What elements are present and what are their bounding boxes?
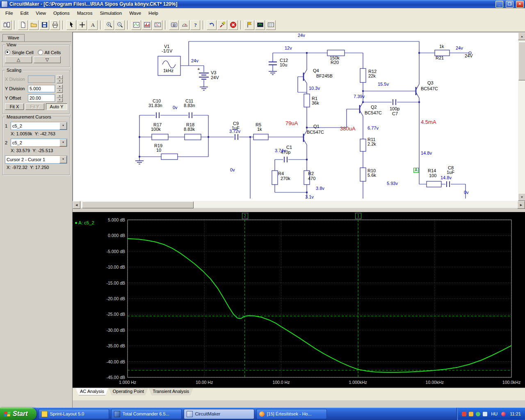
move-down-button[interactable]: ▽ bbox=[34, 56, 61, 63]
minimize-button[interactable]: _ bbox=[495, 1, 503, 8]
waveform-plot[interactable]: A: c5_2 5.000 dB0.000 dB-5.000 dB-10.00 … bbox=[73, 212, 525, 388]
y-division-input[interactable] bbox=[28, 85, 55, 92]
scaling-group: Scaling X Division ▲▼ Y Division ▲▼ Y Of… bbox=[2, 70, 70, 114]
scroll-down-icon[interactable]: ▼ bbox=[518, 193, 525, 201]
waveform-icon[interactable] bbox=[131, 20, 141, 30]
task-circuitmaker[interactable]: CircuitMaker bbox=[184, 409, 254, 419]
sprint-layout-icon bbox=[41, 411, 48, 417]
logic-grid-icon[interactable] bbox=[266, 20, 276, 30]
voltage-annotation: 14.8v bbox=[441, 176, 452, 180]
menu-file[interactable]: File bbox=[2, 9, 17, 17]
display-tray-icon[interactable] bbox=[469, 412, 473, 416]
y-axis-tick: -45.00 dB bbox=[99, 375, 125, 380]
component-label: 36k bbox=[312, 101, 319, 105]
window-title: CircuitMaker - [C:\Program Files\...\RIA… bbox=[9, 1, 493, 7]
chevron-down-icon[interactable]: ▼ bbox=[59, 122, 67, 130]
text-tool-icon[interactable]: A bbox=[88, 20, 98, 30]
antivirus-tray-icon[interactable] bbox=[462, 412, 466, 416]
menu-view[interactable]: View bbox=[32, 9, 50, 17]
voltage-annotation: 0v bbox=[173, 105, 178, 110]
zoom-in-icon[interactable] bbox=[104, 20, 114, 30]
menu-help[interactable]: Help bbox=[145, 9, 162, 17]
fit-x-button[interactable]: Fit X bbox=[5, 103, 24, 110]
vertical-scrollbar[interactable]: ▲ ▼ bbox=[518, 32, 525, 201]
menu-options[interactable]: Options bbox=[50, 9, 73, 17]
cursor-1-signal-select[interactable]: c5_2 ▼ bbox=[11, 122, 67, 130]
print-icon[interactable] bbox=[50, 20, 60, 30]
messenger-tray-icon[interactable] bbox=[476, 412, 480, 416]
chevron-down-icon[interactable]: ▼ bbox=[59, 156, 67, 163]
task-total-commander-6-5[interactable]: Total Commander 6.5... bbox=[111, 409, 182, 419]
y-offset-spinner[interactable]: ▲▼ bbox=[57, 94, 63, 102]
auto-y-button[interactable]: Auto Y bbox=[46, 103, 67, 110]
close-button[interactable]: × bbox=[516, 1, 524, 8]
y-offset-input[interactable] bbox=[28, 94, 55, 102]
x-axis-tick: 10.00 Hz bbox=[187, 380, 221, 385]
language-indicator[interactable]: HU bbox=[490, 411, 499, 417]
voltage-annotation: 24v bbox=[298, 33, 305, 38]
ball-tray-icon[interactable] bbox=[501, 412, 506, 416]
tab-operating-point[interactable]: Operating Point bbox=[109, 388, 148, 395]
component-label: C1 bbox=[286, 145, 292, 150]
fit-y-button[interactable]: Fit Y bbox=[25, 103, 44, 110]
schematic-canvas[interactable]: V1-1/1V1kHz+V324VC1210uQ4BF245B150kR20R1… bbox=[73, 32, 518, 201]
tab-ac-analysis[interactable]: AC Analysis bbox=[76, 388, 108, 395]
wave-panel: Wave View Single Cell All Cells △ ▽ Scal… bbox=[0, 32, 73, 408]
bar-chart-icon[interactable] bbox=[142, 20, 152, 30]
tab-transient-analysis[interactable]: Transient Analysis bbox=[148, 388, 193, 395]
chevron-down-icon[interactable]: ▼ bbox=[59, 139, 67, 146]
x-division-spinner[interactable]: ▲▼ bbox=[57, 75, 63, 83]
y-division-spinner[interactable]: ▲▼ bbox=[57, 84, 63, 93]
logic-display-icon[interactable] bbox=[255, 20, 265, 30]
move-up-button[interactable]: △ bbox=[5, 56, 32, 63]
voltage-annotation: 3.72v bbox=[229, 129, 240, 134]
new-file-icon[interactable] bbox=[18, 20, 28, 30]
current-annotation: 79uA bbox=[285, 121, 298, 126]
zoom-out-icon[interactable] bbox=[115, 20, 125, 30]
cursor-2-handle[interactable]: 2 bbox=[242, 213, 248, 219]
component-label: 24V bbox=[211, 75, 219, 80]
volume-tray-icon[interactable] bbox=[483, 412, 487, 416]
undo-icon[interactable] bbox=[207, 20, 217, 30]
all-cells-radio[interactable] bbox=[38, 50, 43, 55]
task-sprint-layout-5-0[interactable]: Sprint-Layout 5.0 bbox=[39, 409, 109, 419]
save-icon[interactable] bbox=[39, 20, 49, 30]
cursor-icon[interactable] bbox=[66, 20, 76, 30]
logic-analyzer-icon[interactable] bbox=[153, 20, 162, 30]
maximize-button[interactable]: ❐ bbox=[506, 1, 514, 8]
x-division-input[interactable] bbox=[28, 75, 55, 83]
voltage-annotation: 3.8v bbox=[316, 186, 324, 191]
parts-icon[interactable] bbox=[2, 20, 11, 30]
task-15-rtes-t-sek-ho[interactable]: [15] Értesítések - Ho... bbox=[256, 409, 327, 419]
cursor-1-coords: X: 1.0059k Y: -42.763 bbox=[11, 131, 67, 136]
start-button[interactable]: Start bbox=[0, 408, 37, 420]
browser-icon bbox=[259, 411, 265, 417]
toolbar-separator bbox=[203, 21, 204, 30]
single-cell-radio[interactable] bbox=[5, 50, 10, 55]
cursor-diff-select[interactable]: Cursor 2 - Cursor 1 ▼ bbox=[5, 155, 67, 164]
vertical-scroll-thumb[interactable] bbox=[518, 42, 525, 80]
pane-divider[interactable] bbox=[73, 208, 525, 212]
menu-macros[interactable]: Macros bbox=[73, 9, 96, 17]
help-icon[interactable]: ? bbox=[190, 20, 200, 30]
tab-wave[interactable]: Wave bbox=[2, 34, 25, 41]
y-axis-tick: -5.000 dB bbox=[99, 249, 125, 254]
open-file-icon[interactable] bbox=[29, 20, 39, 30]
menu-edit[interactable]: Edit bbox=[17, 9, 32, 17]
cursor-2-signal-select[interactable]: c5_2 ▼ bbox=[11, 139, 67, 147]
cursor-1-handle[interactable]: 1 bbox=[355, 213, 361, 219]
probe-icon[interactable] bbox=[217, 20, 227, 30]
windows-logo-icon bbox=[4, 412, 11, 416]
menu-wave[interactable]: Wave bbox=[126, 9, 145, 17]
stop-icon[interactable] bbox=[228, 20, 238, 30]
menu-simulation[interactable]: Simulation bbox=[96, 9, 126, 17]
multimeter-icon[interactable]: Ω bbox=[169, 20, 179, 30]
horizontal-scroll-thumb[interactable] bbox=[82, 201, 194, 208]
component-label: 5.6k bbox=[368, 173, 376, 178]
digital-flag-icon[interactable] bbox=[244, 20, 254, 30]
plus-tool-icon[interactable] bbox=[77, 20, 87, 30]
wizard-icon[interactable] bbox=[180, 20, 189, 30]
horizontal-scrollbar[interactable]: ◀ ▶ bbox=[73, 201, 525, 208]
scroll-up-icon[interactable]: ▲ bbox=[518, 32, 525, 40]
voltage-annotation: 10.3v bbox=[309, 86, 320, 91]
